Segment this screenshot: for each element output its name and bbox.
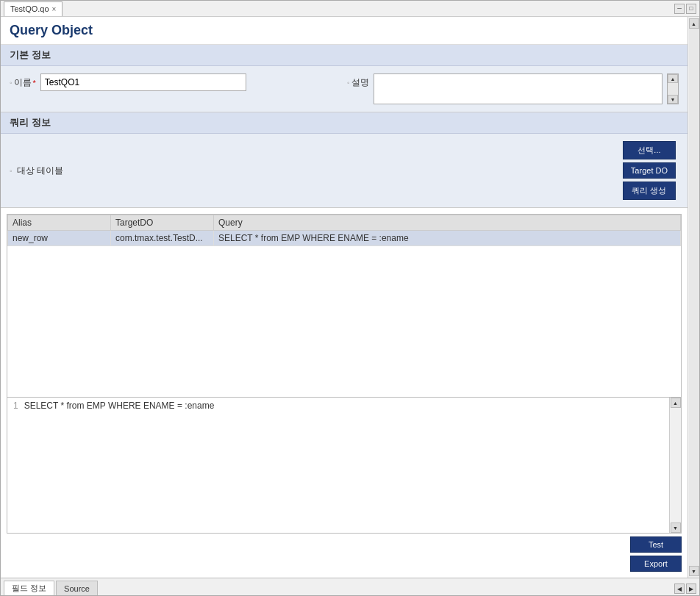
- bottom-scroll-left[interactable]: ◀: [674, 584, 685, 594]
- minimize-button[interactable]: ─: [674, 4, 685, 14]
- scroll-track: [689, 29, 699, 566]
- name-label-text: 이름: [14, 76, 32, 89]
- maximize-button[interactable]: □: [686, 4, 696, 14]
- sql-text: SELECT * from EMP WHERE ENAME = :ename: [24, 401, 675, 411]
- col-header-targetdo: TargetDO: [111, 215, 214, 231]
- desc-textarea[interactable]: [374, 73, 662, 104]
- title-bar-left: TestQO.qo ×: [4, 1, 63, 16]
- name-input[interactable]: [40, 73, 246, 91]
- target-table-row: ◦ 대상 테이블: [10, 165, 63, 177]
- cell-query: SELECT * from EMP WHERE ENAME = :ename: [214, 231, 681, 246]
- tab-source[interactable]: Source: [56, 581, 98, 595]
- query-table-container: Alias TargetDO Query new_row com.tmax.te…: [7, 214, 682, 398]
- tab-close-icon[interactable]: ×: [52, 5, 57, 13]
- sql-line-number: 1: [13, 401, 18, 411]
- col-header-query: Query: [214, 215, 681, 231]
- tab-field-info[interactable]: 필드 정보: [4, 581, 54, 595]
- query-buttons: 선택... Target DO 쿼리 생성: [623, 141, 676, 200]
- cell-targetdo: com.tmax.test.TestD...: [111, 231, 214, 246]
- sql-preview-area: 1 SELECT * from EMP WHERE ENAME = :ename…: [7, 398, 682, 534]
- main-area: Query Object 기본 정보 ◦ 이름 * ◦ 설명: [1, 17, 699, 578]
- target-table-label: 대상 테이블: [17, 165, 63, 177]
- description-field: ◦ 설명 ▲ ▼: [347, 73, 679, 104]
- desc-label-text: 설명: [351, 76, 369, 89]
- desc-bullet: ◦: [347, 79, 350, 87]
- name-field-label: ◦ 이름 *: [10, 73, 36, 89]
- query-info-content: ◦ 대상 테이블 선택... Target DO 쿼리 생성 Alias: [1, 134, 688, 578]
- content-panel: Query Object 기본 정보 ◦ 이름 * ◦ 설명: [1, 17, 688, 578]
- query-table: Alias TargetDO Query new_row com.tmax.te…: [7, 215, 681, 246]
- bottom-tabs-left: 필드 정보 Source: [4, 581, 98, 595]
- desc-label: ◦ 설명: [347, 73, 369, 89]
- name-field-row: ◦ 이름 *: [10, 73, 341, 91]
- test-button[interactable]: Test: [630, 536, 682, 553]
- desc-scroll-down[interactable]: ▼: [668, 95, 678, 104]
- title-bar-controls: ─ □: [674, 4, 696, 14]
- query-info-section-header: 쿼리 정보: [1, 112, 688, 134]
- main-scroll-down[interactable]: ▼: [689, 566, 699, 576]
- table-header-row: Alias TargetDO Query: [8, 215, 681, 231]
- target-table-bullet: ◦: [10, 167, 12, 175]
- name-required-star: *: [33, 79, 36, 87]
- bottom-scroll-controls: ◀ ▶: [674, 584, 696, 595]
- target-do-button[interactable]: Target DO: [623, 162, 676, 179]
- table-row[interactable]: new_row com.tmax.test.TestD... SELECT * …: [8, 231, 681, 246]
- sql-scroll-down[interactable]: ▼: [671, 523, 681, 533]
- bottom-tab-bar: 필드 정보 Source ◀ ▶: [1, 578, 699, 595]
- basic-info-section-header: 기본 정보: [1, 45, 688, 66]
- sql-scrollbar: ▲ ▼: [669, 398, 681, 533]
- basic-info-form: ◦ 이름 * ◦ 설명 ▲ ▼: [1, 66, 688, 112]
- bottom-scroll-right[interactable]: ▶: [686, 584, 696, 594]
- select-button[interactable]: 선택...: [623, 141, 676, 159]
- desc-scroll-up[interactable]: ▲: [668, 74, 678, 83]
- col-header-alias: Alias: [8, 215, 111, 231]
- page-title: Query Object: [1, 17, 688, 45]
- desc-scrollbar: ▲ ▼: [667, 73, 679, 104]
- bottom-action-buttons: Test Export: [1, 534, 688, 575]
- app-window: TestQO.qo × ─ □ Query Object 기본 정보 ◦ 이름 …: [0, 0, 700, 596]
- title-bar: TestQO.qo × ─ □: [1, 1, 699, 17]
- editor-tab[interactable]: TestQO.qo ×: [4, 1, 63, 16]
- query-form-area: ◦ 대상 테이블 선택... Target DO 쿼리 생성: [1, 134, 688, 208]
- sql-scroll-up[interactable]: ▲: [671, 398, 681, 408]
- export-button[interactable]: Export: [630, 556, 682, 572]
- generate-query-button[interactable]: 쿼리 생성: [623, 182, 676, 200]
- name-bullet: ◦: [10, 79, 12, 87]
- main-scroll-up[interactable]: ▲: [689, 18, 699, 29]
- tab-label: TestQO.qo: [10, 4, 49, 13]
- cell-alias: new_row: [8, 231, 111, 246]
- main-scrollbar: ▲ ▼: [688, 17, 699, 578]
